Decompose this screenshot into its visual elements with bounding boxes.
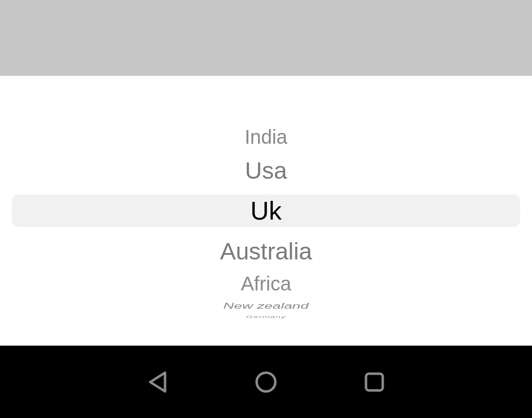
picker-item-germany[interactable]: Germany bbox=[0, 316, 532, 319]
back-button[interactable] bbox=[147, 371, 168, 393]
picker-item-australia[interactable]: Australia bbox=[0, 236, 532, 267]
triangle-back-icon bbox=[147, 371, 168, 393]
picker-item-africa[interactable]: Africa bbox=[0, 270, 532, 297]
svg-point-0 bbox=[257, 373, 275, 391]
svg-rect-1 bbox=[366, 374, 383, 390]
top-background-panel bbox=[0, 0, 532, 76]
square-recents-icon bbox=[364, 372, 385, 392]
picker-item-new-zealand[interactable]: New zealand bbox=[0, 301, 532, 311]
picker-item-uk-selected[interactable]: Uk bbox=[0, 194, 532, 227]
picker-item-usa[interactable]: Usa bbox=[0, 155, 532, 187]
picker-item-india[interactable]: India bbox=[0, 124, 532, 150]
circle-home-icon bbox=[255, 371, 277, 393]
country-wheel-picker[interactable]: India Usa Uk Australia Africa New zealan… bbox=[0, 76, 532, 346]
android-navigation-bar bbox=[0, 346, 532, 418]
recents-button[interactable] bbox=[364, 372, 385, 392]
home-button[interactable] bbox=[255, 371, 277, 393]
